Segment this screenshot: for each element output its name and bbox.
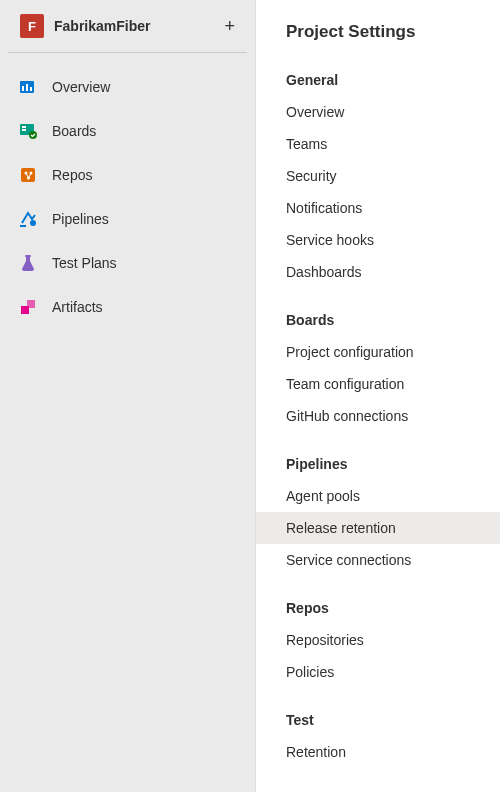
settings-item-repositories[interactable]: Repositories — [256, 624, 500, 656]
svg-rect-15 — [27, 300, 35, 308]
overview-icon — [18, 77, 38, 97]
settings-item-notifications[interactable]: Notifications — [256, 192, 500, 224]
section-header-pipelines: Pipelines — [256, 446, 500, 480]
nav-label: Boards — [52, 123, 96, 139]
svg-rect-13 — [25, 255, 31, 257]
svg-rect-2 — [26, 84, 28, 91]
settings-panel: Project Settings General Overview Teams … — [256, 0, 500, 792]
settings-item-projectconfig[interactable]: Project configuration — [256, 336, 500, 368]
section-header-repos: Repos — [256, 590, 500, 624]
section-header-general: General — [256, 62, 500, 96]
settings-item-retention[interactable]: Retention — [256, 736, 500, 768]
svg-rect-8 — [21, 168, 35, 182]
nav-item-testplans[interactable]: Test Plans — [0, 241, 255, 285]
nav-item-pipelines[interactable]: Pipelines — [0, 197, 255, 241]
project-name[interactable]: FabrikamFiber — [54, 18, 224, 34]
testplans-icon — [18, 253, 38, 273]
settings-item-github[interactable]: GitHub connections — [256, 400, 500, 432]
settings-item-security[interactable]: Security — [256, 160, 500, 192]
plus-icon[interactable]: + — [224, 16, 235, 37]
svg-rect-1 — [22, 86, 24, 91]
sidebar-nav: Overview Boards Repos Pipelines Test Pla… — [0, 53, 255, 329]
settings-title: Project Settings — [256, 22, 500, 62]
nav-label: Artifacts — [52, 299, 103, 315]
settings-item-serviceconnections[interactable]: Service connections — [256, 544, 500, 576]
repos-icon — [18, 165, 38, 185]
svg-point-7 — [29, 131, 37, 139]
settings-item-releaseretention[interactable]: Release retention — [256, 512, 500, 544]
nav-item-artifacts[interactable]: Artifacts — [0, 285, 255, 329]
section-header-boards: Boards — [256, 302, 500, 336]
svg-rect-6 — [22, 129, 26, 131]
settings-item-dashboards[interactable]: Dashboards — [256, 256, 500, 288]
nav-label: Pipelines — [52, 211, 109, 227]
nav-item-overview[interactable]: Overview — [0, 65, 255, 109]
nav-label: Overview — [52, 79, 110, 95]
settings-item-teamconfig[interactable]: Team configuration — [256, 368, 500, 400]
boards-icon — [18, 121, 38, 141]
svg-rect-3 — [30, 87, 32, 91]
settings-item-agentpools[interactable]: Agent pools — [256, 480, 500, 512]
pipelines-icon — [18, 209, 38, 229]
sidebar: F FabrikamFiber + Overview Boards Repos — [0, 0, 256, 792]
nav-item-boards[interactable]: Boards — [0, 109, 255, 153]
nav-label: Repos — [52, 167, 92, 183]
svg-rect-5 — [22, 126, 26, 128]
sidebar-header: F FabrikamFiber + — [8, 0, 247, 53]
artifacts-icon — [18, 297, 38, 317]
settings-item-teams[interactable]: Teams — [256, 128, 500, 160]
project-badge: F — [20, 14, 44, 38]
settings-item-policies[interactable]: Policies — [256, 656, 500, 688]
svg-point-12 — [30, 220, 36, 226]
nav-item-repos[interactable]: Repos — [0, 153, 255, 197]
settings-item-overview[interactable]: Overview — [256, 96, 500, 128]
section-header-test: Test — [256, 702, 500, 736]
settings-item-servicehooks[interactable]: Service hooks — [256, 224, 500, 256]
nav-label: Test Plans — [52, 255, 117, 271]
